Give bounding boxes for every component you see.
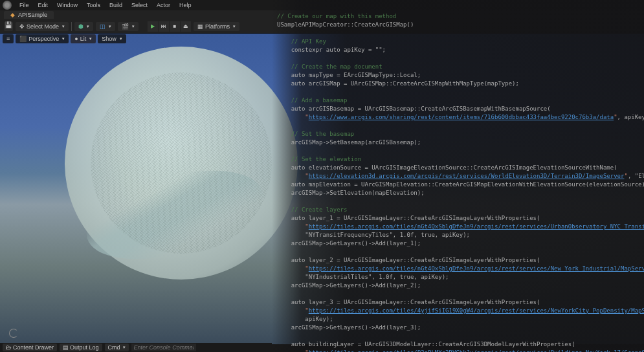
add-button[interactable]: ⬢ — [74, 22, 93, 31]
map-buildings — [91, 72, 272, 254]
menu-select[interactable]: Select — [128, 1, 151, 10]
menu-help[interactable]: Help — [175, 1, 195, 10]
perspective-icon: ⬛ — [19, 36, 27, 42]
output-log-button[interactable]: ▤Output Log — [60, 344, 102, 351]
tab-title: APISample — [18, 12, 47, 18]
blueprint-icon: ◫ — [100, 23, 105, 30]
menu-actor[interactable]: Actor — [153, 1, 174, 10]
unreal-logo-icon[interactable] — [3, 1, 12, 10]
menu-edit[interactable]: Edit — [34, 1, 52, 10]
menu-file[interactable]: File — [16, 1, 33, 10]
console-input[interactable] — [131, 344, 196, 351]
blueprint-button[interactable]: ◫ — [96, 22, 115, 31]
loading-spinner-icon — [9, 329, 18, 338]
platforms-icon: ▦ — [197, 23, 203, 30]
menu-tools[interactable]: Tools — [83, 1, 104, 10]
viewport-options: ≡ ⬛Perspective ●Lit Show — [3, 34, 126, 43]
cube-icon: ⬢ — [78, 23, 83, 30]
content-drawer-button[interactable]: 🗁Content Drawer — [3, 344, 57, 351]
perspective-toggle[interactable]: ⬛Perspective — [16, 34, 69, 43]
cursor-icon: ✥ — [19, 23, 25, 30]
show-menu[interactable]: Show — [98, 34, 126, 43]
log-icon: ▤ — [63, 344, 69, 351]
menu-window[interactable]: Window — [53, 1, 82, 10]
lit-toggle[interactable]: ●Lit — [71, 34, 96, 43]
separator — [71, 22, 72, 31]
skip-button[interactable]: ⏭ — [159, 21, 169, 32]
stop-button[interactable]: ■ — [170, 21, 180, 32]
platforms-button[interactable]: ▦ Platforms — [194, 22, 239, 31]
code-overlay: // Create our map with this method USamp… — [272, 0, 644, 352]
level-tab[interactable]: ◆ APISample — [4, 11, 54, 19]
drawer-icon: 🗁 — [6, 344, 12, 351]
cmd-selector[interactable]: Cmd — [105, 344, 129, 351]
play-button[interactable]: ▶ — [148, 21, 158, 32]
eject-button[interactable]: ⏏ — [181, 21, 191, 32]
sphere-icon: ● — [74, 36, 78, 42]
modes-dropdown[interactable]: ✥ Select Mode — [16, 22, 69, 31]
menu-build[interactable]: Build — [105, 1, 126, 10]
viewport-menu[interactable]: ≡ — [3, 34, 14, 43]
bottom-bar: 🗁Content Drawer ▤Output Log Cmd — [0, 343, 272, 352]
clapboard-icon: 🎬 — [122, 23, 129, 30]
save-button[interactable] — [4, 22, 13, 31]
sequence-button[interactable]: 🎬 — [118, 22, 139, 31]
level-icon: ◆ — [10, 12, 15, 18]
play-controls: ▶ ⏭ ■ ⏏ — [148, 21, 191, 32]
